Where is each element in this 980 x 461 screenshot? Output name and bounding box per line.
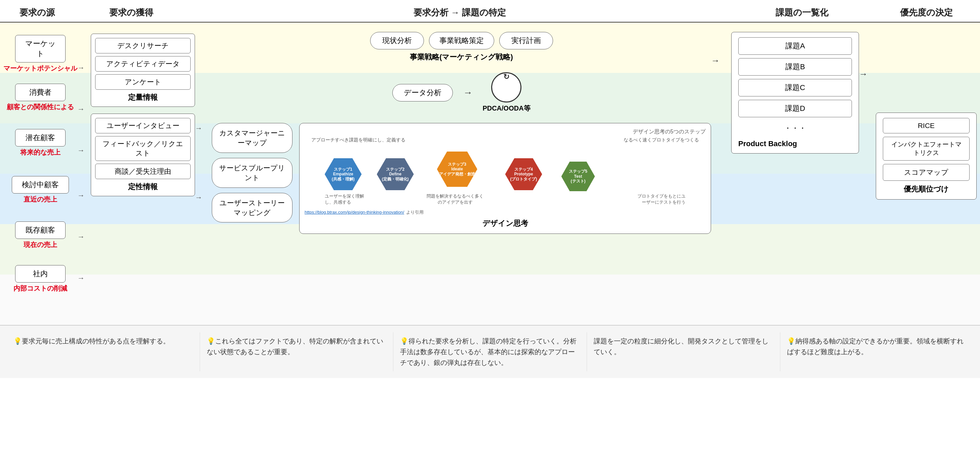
note2-text: 💡これら全てはファクトであり、特定の解釈が含まれていない状態であることが重要。	[207, 337, 383, 356]
arrows-col3: →	[711, 29, 731, 66]
design-label: デザイン思考	[305, 218, 706, 229]
note5: 💡納得感ある軸の設定ができるかが重要。領域を横断すればするほど難度は上がる。	[780, 332, 973, 371]
acq-feedback: フィードバック／リクエスト	[95, 136, 191, 161]
bottom-notes: 💡要求元毎に売上構成の特性がある点を理解する。 💡これら全てはファクトであり、特…	[0, 325, 980, 378]
pdca-label: PDCA/OODA等	[482, 104, 530, 113]
priority-rice: RICE	[883, 118, 970, 134]
design-tool3: ユーザーストーリーマッピング	[212, 193, 293, 223]
qualitative-label: 定性情報	[95, 182, 191, 192]
columns: マーケット マーケットポテンシャル 消費者 顧客との関係性による 潜在顧客 将来…	[0, 22, 980, 325]
hex-step1: ステップ1Empathize(共感・理解)	[325, 158, 362, 190]
qualitative-group: ユーザーインタビュー フィードバック／リクエスト 商談／受失注理由 定性情報	[91, 114, 195, 196]
pdca-section: ↻ PDCA/OODA等	[482, 72, 530, 113]
strategy-box3: 実行計画	[499, 32, 553, 49]
header-col3: 要求分析 → 課題の特定	[188, 7, 731, 19]
note2: 💡これら全てはファクトであり、特定の解釈が含まれていない状態であることが重要。	[200, 332, 393, 371]
acq-survey: アンケート	[95, 74, 191, 90]
design-tool2: サービスブループリント	[212, 158, 293, 188]
content-body: マーケット マーケットポテンシャル 消費者 顧客との関係性による 潜在顧客 将来…	[0, 22, 980, 325]
note1: 💡要求元毎に売上構成の特性がある点を理解する。	[7, 332, 200, 371]
quantitative-group: デスクリサーチ アクティビティデータ アンケート 定量情報	[91, 33, 195, 107]
source-potential-box: 潜在顧客	[15, 129, 65, 146]
acq-desk: デスクリサーチ	[95, 38, 191, 53]
source-prospect: 検討中顧客 直近の売上	[3, 166, 77, 213]
backlog-label: Product Backlog	[738, 140, 852, 148]
acq-activity: アクティビティデータ	[95, 56, 191, 72]
source-existing-label: 現在の売上	[24, 240, 57, 249]
col-analysis: 現状分析 事業戦略策定 実行計画 事業戦略(マーケティング戦略) データ分析 →…	[212, 29, 711, 234]
source-existing: 既存顧客 現在の売上	[3, 213, 77, 257]
source-market-label: マーケットポテンシャル	[3, 64, 77, 73]
source-potential: 潜在顧客 将来的な売上	[3, 119, 77, 166]
note4-text: 課題を一定の粒度に細分化し、開発タスクとして管理をしていく。	[594, 337, 768, 356]
note1-text: 💡要求元毎に売上構成の特性がある点を理解する。	[13, 337, 170, 345]
design-thinking-subtitle: デザイン思考の5つのステップ	[305, 128, 706, 135]
hex-step4: ステップ4Prototype(プロトタイプ)	[505, 158, 542, 190]
priority-scoremap: スコアマップ	[883, 164, 970, 181]
issue-c: 課題C	[738, 79, 852, 97]
strategy-box2: 事業戦略策定	[429, 32, 494, 49]
acq-interview: ユーザーインタビュー	[95, 118, 191, 134]
note4: 課題を一定の粒度に細分化し、開発タスクとして管理をしていく。	[587, 332, 780, 371]
header-col4: 課題の一覧化	[731, 7, 872, 19]
hex-step3: ステップ3Ideate(アイデア発想・創造)	[437, 151, 477, 187]
col-acquisition: デスクリサーチ アクティビティデータ アンケート 定量情報 ユーザーインタビュー…	[91, 29, 195, 196]
design-tool1: カスタマージャーニーマップ	[212, 123, 293, 153]
header-col1: 要求の源	[0, 7, 74, 19]
annotation3: ユーザーを深く理解し、共感する	[325, 193, 372, 205]
data-analysis-row: データ分析 → ↻ PDCA/OODA等	[212, 72, 711, 113]
strategy-section: 現状分析 事業戦略策定 実行計画 事業戦略(マーケティング戦略)	[212, 32, 711, 62]
source-prospect-box: 検討中顧客	[12, 176, 69, 194]
issue-b: 課題B	[738, 58, 852, 76]
source-consumer: 消費者 顧客との関係性による	[3, 76, 77, 119]
source-consumer-label: 顧客との関係性による	[7, 102, 74, 111]
note3-text: 💡得られた要求を分析し、課題の特定を行っていく。分析手法は数多存在しているが、基…	[400, 337, 577, 366]
design-annotations-top: アプローチすべき課題を明確にし、定義する なるべく速くプロトタイプをつくる	[305, 137, 706, 143]
header-row: 要求の源 要求の獲得 要求分析 → 課題の特定 課題の一覧化 優先度の決定	[0, 0, 980, 22]
hex-step5: ステップ5Test(テスト)	[562, 162, 595, 191]
hex-step2: ステップ2Define(定義・明確化)	[377, 158, 414, 190]
source-prospect-label: 直近の売上	[24, 195, 57, 204]
priority-matrix: インパクトエフォートマトリクス	[883, 137, 970, 161]
strategy-box1: 現状分析	[370, 32, 424, 49]
col-issues: 課題A 課題B 課題C 課題D ・・・ Product Backlog	[731, 29, 859, 154]
issue-d: 課題D	[738, 100, 852, 117]
annotation1: アプローチすべき課題を明確にし、定義する	[311, 137, 406, 143]
annotation5: 問題を解決するなるべく多くのアイデアを出す	[425, 193, 485, 205]
strategy-boxes: 現状分析 事業戦略策定 実行計画	[370, 32, 553, 49]
col-priority: RICE インパクトエフォートマトリクス スコアマップ 優先順位づけ	[876, 29, 977, 200]
quantitative-label: 定量情報	[95, 92, 191, 102]
source-internal-label: 内部コストの削減	[13, 284, 67, 293]
data-analysis-box: データ分析	[392, 84, 453, 102]
source-existing-box: 既存顧客	[15, 221, 65, 239]
design-link[interactable]: https://blog.btrax.com/jp/design-thinkin…	[305, 210, 404, 215]
source-internal-box: 社内	[15, 265, 65, 283]
header-col5: 優先度の決定	[872, 7, 980, 19]
design-link-area: https://blog.btrax.com/jp/design-thinkin…	[305, 207, 706, 216]
issue-list: 課題A 課題B 課題C 課題D ・・・ Product Backlog	[731, 32, 859, 154]
issue-ellipsis: ・・・	[738, 121, 852, 136]
source-potential-label: 将来的な売上	[20, 148, 60, 157]
note3: 💡得られた要求を分析し、課題の特定を行っていく。分析手法は数多存在しているが、基…	[393, 332, 587, 371]
source-market-box: マーケット	[15, 35, 65, 62]
main-container: 要求の源 要求の獲得 要求分析 → 課題の特定 課題の一覧化 優先度の決定 マー…	[0, 0, 980, 378]
annotation4: プロトタイプをもとにユーザーにテストを行う	[635, 193, 686, 205]
design-thinking-diagram: デザイン思考の5つのステップ アプローチすべき課題を明確にし、定義する なるべく…	[299, 123, 711, 234]
source-internal: 社内 内部コストの削減	[3, 257, 77, 301]
issue-a: 課題A	[738, 37, 852, 55]
col-source: マーケット マーケットポテンシャル 消費者 顧客との関係性による 潜在顧客 将来…	[3, 29, 77, 301]
design-tools: カスタマージャーニーマップ サービスブループリント ユーザーストーリーマッピング	[212, 123, 293, 223]
arrows-col2: → →	[195, 29, 212, 297]
arrows-col1: → → → → → →	[77, 29, 91, 297]
note5-text: 💡納得感ある軸の設定ができるかが重要。領域を横断すればするほど難度は上がる。	[787, 337, 964, 356]
priority-label: 優先順位づけ	[883, 184, 970, 194]
header-col2: 要求の獲得	[74, 7, 188, 19]
strategy-label: 事業戦略(マーケティング戦略)	[410, 52, 513, 62]
annotation2: なるべく速くプロトタイプをつくる	[624, 137, 699, 143]
source-market: マーケット マーケットポテンシャル	[3, 32, 77, 76]
source-consumer-box: 消費者	[15, 84, 65, 101]
pdca-circle: ↻	[491, 72, 522, 102]
hex-area: ステップ1Empathize(共感・理解) ステップ2Define(定義・明確化…	[305, 145, 706, 205]
design-section: カスタマージャーニーマップ サービスブループリント ユーザーストーリーマッピング…	[212, 123, 711, 234]
acq-consult: 商談／受失注理由	[95, 164, 191, 179]
